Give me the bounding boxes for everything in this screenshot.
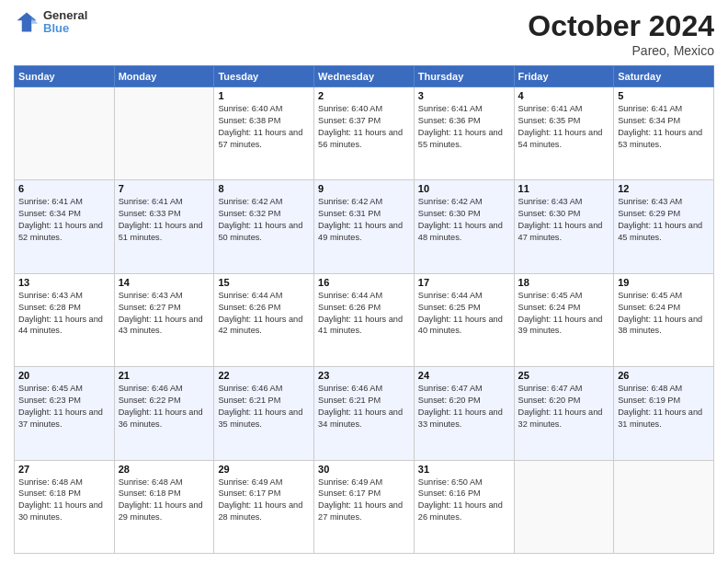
col-monday: Monday bbox=[114, 66, 214, 87]
table-row: 16Sunrise: 6:44 AMSunset: 6:26 PMDayligh… bbox=[314, 273, 415, 366]
table-row: 17Sunrise: 6:44 AMSunset: 6:25 PMDayligh… bbox=[414, 273, 514, 366]
day-number: 15 bbox=[218, 277, 310, 288]
table-row: 9Sunrise: 6:42 AMSunset: 6:31 PMDaylight… bbox=[314, 180, 415, 273]
table-row: 19Sunrise: 6:45 AMSunset: 6:24 PMDayligh… bbox=[614, 273, 714, 366]
day-number: 2 bbox=[318, 90, 410, 101]
table-row: 31Sunrise: 6:50 AMSunset: 6:16 PMDayligh… bbox=[414, 460, 514, 553]
logo-line1: General bbox=[43, 9, 87, 22]
day-info: Sunrise: 6:42 AMSunset: 6:30 PMDaylight:… bbox=[418, 196, 510, 244]
col-tuesday: Tuesday bbox=[214, 66, 314, 87]
day-info: Sunrise: 6:48 AMSunset: 6:18 PMDaylight:… bbox=[18, 477, 110, 524]
day-info: Sunrise: 6:43 AMSunset: 6:30 PMDaylight:… bbox=[518, 196, 610, 244]
day-number: 5 bbox=[618, 90, 710, 101]
day-number: 26 bbox=[618, 370, 710, 381]
day-number: 16 bbox=[318, 277, 410, 288]
table-row: 8Sunrise: 6:42 AMSunset: 6:32 PMDaylight… bbox=[214, 180, 314, 273]
table-row bbox=[614, 460, 714, 553]
table-row: 27Sunrise: 6:48 AMSunset: 6:18 PMDayligh… bbox=[15, 460, 115, 553]
table-row: 5Sunrise: 6:41 AMSunset: 6:34 PMDaylight… bbox=[614, 87, 714, 180]
calendar-title: October 2024 bbox=[528, 9, 714, 43]
table-row: 18Sunrise: 6:45 AMSunset: 6:24 PMDayligh… bbox=[514, 273, 614, 366]
logo-icon bbox=[14, 9, 40, 35]
day-info: Sunrise: 6:47 AMSunset: 6:20 PMDaylight:… bbox=[518, 383, 610, 431]
day-number: 8 bbox=[218, 183, 310, 194]
table-row: 7Sunrise: 6:41 AMSunset: 6:33 PMDaylight… bbox=[114, 180, 214, 273]
table-row: 2Sunrise: 6:40 AMSunset: 6:37 PMDaylight… bbox=[314, 87, 415, 180]
day-info: Sunrise: 6:41 AMSunset: 6:34 PMDaylight:… bbox=[18, 196, 110, 244]
day-number: 9 bbox=[318, 183, 410, 194]
table-row: 26Sunrise: 6:48 AMSunset: 6:19 PMDayligh… bbox=[614, 367, 714, 460]
table-row bbox=[114, 87, 214, 180]
calendar-week-row: 6Sunrise: 6:41 AMSunset: 6:34 PMDaylight… bbox=[15, 180, 714, 273]
day-number: 25 bbox=[518, 370, 610, 381]
day-info: Sunrise: 6:45 AMSunset: 6:23 PMDaylight:… bbox=[18, 383, 110, 431]
day-info: Sunrise: 6:49 AMSunset: 6:17 PMDaylight:… bbox=[318, 477, 410, 524]
day-info: Sunrise: 6:44 AMSunset: 6:26 PMDaylight:… bbox=[318, 290, 410, 338]
day-info: Sunrise: 6:43 AMSunset: 6:27 PMDaylight:… bbox=[119, 290, 210, 338]
day-number: 24 bbox=[418, 370, 510, 381]
calendar-week-row: 13Sunrise: 6:43 AMSunset: 6:28 PMDayligh… bbox=[15, 273, 714, 366]
day-info: Sunrise: 6:41 AMSunset: 6:34 PMDaylight:… bbox=[618, 103, 710, 151]
day-number: 21 bbox=[119, 370, 210, 381]
table-row bbox=[15, 87, 115, 180]
day-number: 29 bbox=[218, 464, 310, 475]
table-row: 14Sunrise: 6:43 AMSunset: 6:27 PMDayligh… bbox=[114, 273, 214, 366]
table-row: 23Sunrise: 6:46 AMSunset: 6:21 PMDayligh… bbox=[314, 367, 415, 460]
day-info: Sunrise: 6:47 AMSunset: 6:20 PMDaylight:… bbox=[418, 383, 510, 431]
table-row: 28Sunrise: 6:48 AMSunset: 6:18 PMDayligh… bbox=[114, 460, 214, 553]
calendar-week-row: 1Sunrise: 6:40 AMSunset: 6:38 PMDaylight… bbox=[15, 87, 714, 180]
table-row: 21Sunrise: 6:46 AMSunset: 6:22 PMDayligh… bbox=[114, 367, 214, 460]
day-info: Sunrise: 6:48 AMSunset: 6:18 PMDaylight:… bbox=[119, 477, 210, 524]
day-info: Sunrise: 6:43 AMSunset: 6:29 PMDaylight:… bbox=[618, 196, 710, 244]
day-number: 30 bbox=[318, 464, 410, 475]
calendar-week-row: 20Sunrise: 6:45 AMSunset: 6:23 PMDayligh… bbox=[15, 367, 714, 460]
day-info: Sunrise: 6:48 AMSunset: 6:19 PMDaylight:… bbox=[618, 383, 710, 431]
table-row: 29Sunrise: 6:49 AMSunset: 6:17 PMDayligh… bbox=[214, 460, 314, 553]
day-number: 3 bbox=[418, 90, 510, 101]
day-info: Sunrise: 6:45 AMSunset: 6:24 PMDaylight:… bbox=[518, 290, 610, 338]
day-number: 11 bbox=[518, 183, 610, 194]
day-number: 6 bbox=[18, 183, 110, 194]
logo-text: General Blue bbox=[43, 9, 87, 36]
day-info: Sunrise: 6:44 AMSunset: 6:26 PMDaylight:… bbox=[218, 290, 310, 338]
page: General Blue October 2024 Pareo, Mexico … bbox=[0, 0, 728, 563]
table-row: 24Sunrise: 6:47 AMSunset: 6:20 PMDayligh… bbox=[414, 367, 514, 460]
day-info: Sunrise: 6:46 AMSunset: 6:21 PMDaylight:… bbox=[218, 383, 310, 431]
day-info: Sunrise: 6:46 AMSunset: 6:21 PMDaylight:… bbox=[318, 383, 410, 431]
calendar-table: Sunday Monday Tuesday Wednesday Thursday… bbox=[14, 65, 714, 554]
table-row bbox=[514, 460, 614, 553]
table-row: 20Sunrise: 6:45 AMSunset: 6:23 PMDayligh… bbox=[15, 367, 115, 460]
table-row: 25Sunrise: 6:47 AMSunset: 6:20 PMDayligh… bbox=[514, 367, 614, 460]
day-number: 7 bbox=[119, 183, 210, 194]
day-number: 14 bbox=[119, 277, 210, 288]
table-row: 12Sunrise: 6:43 AMSunset: 6:29 PMDayligh… bbox=[614, 180, 714, 273]
day-info: Sunrise: 6:41 AMSunset: 6:35 PMDaylight:… bbox=[518, 103, 610, 151]
col-friday: Friday bbox=[514, 66, 614, 87]
table-row: 6Sunrise: 6:41 AMSunset: 6:34 PMDaylight… bbox=[15, 180, 115, 273]
day-info: Sunrise: 6:41 AMSunset: 6:33 PMDaylight:… bbox=[119, 196, 210, 244]
day-number: 19 bbox=[618, 277, 710, 288]
header: General Blue October 2024 Pareo, Mexico bbox=[14, 9, 714, 58]
day-info: Sunrise: 6:41 AMSunset: 6:36 PMDaylight:… bbox=[418, 103, 510, 151]
day-info: Sunrise: 6:44 AMSunset: 6:25 PMDaylight:… bbox=[418, 290, 510, 338]
day-number: 27 bbox=[18, 464, 110, 475]
table-row: 1Sunrise: 6:40 AMSunset: 6:38 PMDaylight… bbox=[214, 87, 314, 180]
day-number: 28 bbox=[119, 464, 210, 475]
day-info: Sunrise: 6:42 AMSunset: 6:32 PMDaylight:… bbox=[218, 196, 310, 244]
table-row: 11Sunrise: 6:43 AMSunset: 6:30 PMDayligh… bbox=[514, 180, 614, 273]
day-info: Sunrise: 6:46 AMSunset: 6:22 PMDaylight:… bbox=[119, 383, 210, 431]
day-info: Sunrise: 6:42 AMSunset: 6:31 PMDaylight:… bbox=[318, 196, 410, 244]
day-info: Sunrise: 6:50 AMSunset: 6:16 PMDaylight:… bbox=[418, 477, 510, 524]
calendar-subtitle: Pareo, Mexico bbox=[528, 43, 714, 58]
day-info: Sunrise: 6:49 AMSunset: 6:17 PMDaylight:… bbox=[218, 477, 310, 524]
day-number: 22 bbox=[218, 370, 310, 381]
day-number: 31 bbox=[418, 464, 510, 475]
table-row: 22Sunrise: 6:46 AMSunset: 6:21 PMDayligh… bbox=[214, 367, 314, 460]
day-number: 17 bbox=[418, 277, 510, 288]
table-row: 10Sunrise: 6:42 AMSunset: 6:30 PMDayligh… bbox=[414, 180, 514, 273]
calendar-week-row: 27Sunrise: 6:48 AMSunset: 6:18 PMDayligh… bbox=[15, 460, 714, 553]
day-number: 23 bbox=[318, 370, 410, 381]
table-row: 3Sunrise: 6:41 AMSunset: 6:36 PMDaylight… bbox=[414, 87, 514, 180]
svg-marker-1 bbox=[31, 17, 38, 24]
calendar-header-row: Sunday Monday Tuesday Wednesday Thursday… bbox=[15, 66, 714, 87]
